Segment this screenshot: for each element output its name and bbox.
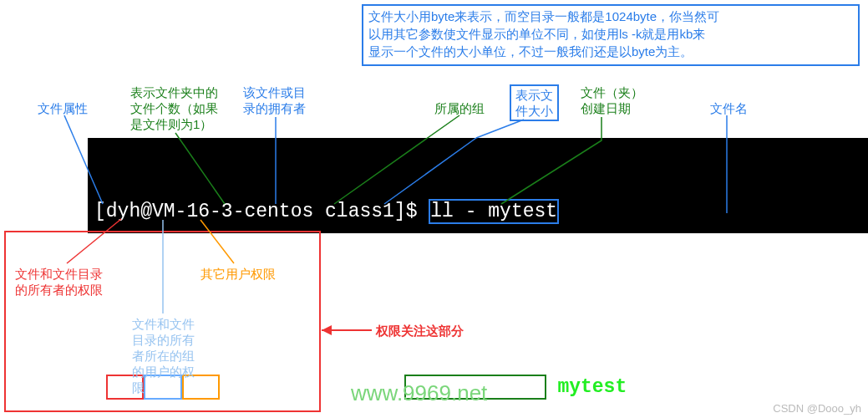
arrows xyxy=(0,0,868,418)
watermark: www.9969.net xyxy=(351,380,487,406)
credit: CSDN @Dooo_yh xyxy=(773,402,861,415)
